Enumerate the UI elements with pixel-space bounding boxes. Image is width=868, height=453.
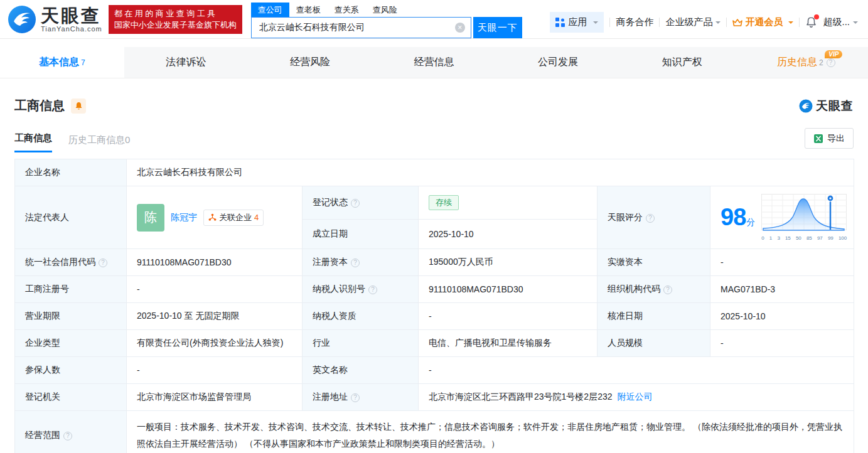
nav-open-vip[interactable]: 开通会员 bbox=[732, 16, 793, 28]
field-label: 登记状态 bbox=[303, 186, 419, 220]
slogan-line2: 国家中小企业发展子基金旗下机构 bbox=[114, 19, 237, 31]
search-button[interactable]: 天眼一下 bbox=[473, 17, 522, 38]
search-tab-boss[interactable]: 查老板 bbox=[289, 3, 328, 17]
score-cell: 98分 bbox=[710, 186, 854, 249]
score-unit: 分 bbox=[746, 217, 755, 227]
establish-date-value: 2025-10-10 bbox=[419, 220, 597, 249]
approve-date-value: 2025-10-10 bbox=[710, 303, 854, 330]
tab-label: 公司发展 bbox=[538, 56, 578, 69]
reg-authority-value: 北京市海淀区市场监督管理局 bbox=[127, 384, 303, 411]
address-cell: 北京市海淀区北三环西路甲23号院1号楼2层232附近公司 bbox=[419, 384, 854, 411]
tab-basic-info[interactable]: 基本信息7 bbox=[0, 47, 124, 78]
field-label: 企业名称 bbox=[15, 159, 127, 186]
industry-value: 电信、广播电视和卫星传输服务 bbox=[419, 330, 597, 357]
business-info-table: 企业名称 北京云岫长石科技有限公司 法定代表人 陈 陈冠宇 bbox=[14, 159, 854, 453]
watermark-logo: 天眼查 bbox=[799, 98, 854, 114]
tab-operating-risk[interactable]: 经营风险 bbox=[248, 47, 372, 78]
tianyancha-logo[interactable]: 天眼查 TianYanCha.com bbox=[8, 5, 102, 34]
brand-domain: TianYanCha.com bbox=[41, 25, 102, 33]
nav-enterprise-label: 企业级产品 bbox=[665, 16, 712, 28]
divider bbox=[659, 18, 660, 27]
score-distribution-chart: 01 315 5085 9799 100 bbox=[761, 194, 847, 241]
help-icon[interactable] bbox=[99, 258, 107, 267]
tab-intellectual-property[interactable]: 知识产权 bbox=[620, 47, 744, 78]
field-label: 法定代表人 bbox=[15, 186, 127, 249]
insured-value: - bbox=[127, 357, 303, 384]
help-icon[interactable] bbox=[63, 432, 72, 440]
user-menu[interactable]: 超级... bbox=[823, 16, 858, 28]
table-row: 法定代表人 陈 陈冠宇 关联企业 4 bbox=[15, 186, 854, 220]
legal-rep-cell: 陈 陈冠宇 关联企业 4 bbox=[127, 186, 303, 249]
credit-code-value: 91110108MAG071BD30 bbox=[127, 249, 303, 276]
field-label: 注册资本 bbox=[303, 249, 419, 276]
score-value: 98 bbox=[721, 204, 746, 230]
watermark-text: 天眼查 bbox=[816, 98, 854, 114]
tab-label: 经营信息 bbox=[414, 56, 454, 69]
export-button[interactable]: 导出 bbox=[805, 128, 854, 149]
help-icon[interactable] bbox=[351, 258, 360, 267]
field-label: 纳税人识别号 bbox=[303, 276, 419, 303]
nav-business-cooperation[interactable]: 商务合作 bbox=[616, 16, 653, 28]
help-icon[interactable] bbox=[368, 285, 377, 294]
tab-count: 7 bbox=[81, 58, 85, 67]
legal-rep-avatar[interactable]: 陈 bbox=[137, 204, 164, 232]
tab-label: 基本信息 bbox=[39, 56, 79, 69]
monitor-bell-icon[interactable] bbox=[71, 99, 86, 114]
help-icon[interactable] bbox=[663, 285, 672, 294]
staff-size-value: - bbox=[710, 330, 854, 357]
company-type-value: 有限责任公司(外商投资企业法人独资) bbox=[127, 330, 303, 357]
taxpayer-no-value: 91110108MAG071BD30 bbox=[419, 276, 597, 303]
company-name-value: 北京云岫长石科技有限公司 bbox=[127, 159, 854, 186]
tab-history-info[interactable]: VIP 历史信息 2 bbox=[744, 47, 868, 78]
field-label: 经营范围 bbox=[15, 411, 127, 453]
field-label: 企业类型 bbox=[15, 330, 127, 357]
field-label: 人员规模 bbox=[597, 330, 710, 357]
table-row: 经营范围 一般项目：技术服务、技术开发、技术咨询、技术交流、技术转让、技术推广；… bbox=[15, 411, 854, 453]
site-header: 天眼查 TianYanCha.com 都在用的商业查询工具 国家中小企业发展子基… bbox=[0, 0, 868, 39]
help-icon[interactable] bbox=[646, 214, 655, 223]
export-label: 导出 bbox=[827, 133, 845, 144]
help-icon[interactable] bbox=[827, 58, 835, 67]
search-area: 查公司 查老板 查关系 查风险 天眼一下 bbox=[251, 0, 522, 38]
search-tab-company[interactable]: 查公司 bbox=[251, 3, 289, 17]
field-label: 登记机关 bbox=[15, 384, 127, 411]
field-label: 英文名称 bbox=[303, 357, 419, 384]
notification-dot bbox=[814, 14, 819, 19]
nav-enterprise-products[interactable]: 企业级产品 bbox=[665, 16, 721, 28]
related-companies-badge[interactable]: 关联企业 4 bbox=[203, 210, 264, 226]
search-input[interactable] bbox=[251, 17, 471, 38]
field-label: 行业 bbox=[303, 330, 419, 357]
table-row: 登记机关 北京市海淀区市场监督管理局 注册地址 北京市海淀区北三环西路甲23号院… bbox=[15, 384, 854, 411]
paid-capital-value: - bbox=[710, 249, 854, 276]
excel-icon bbox=[813, 134, 823, 144]
tianyancha-logo-icon bbox=[799, 99, 813, 113]
help-icon[interactable] bbox=[351, 199, 360, 208]
help-icon[interactable] bbox=[351, 393, 360, 402]
brand-name: 天眼查 bbox=[41, 6, 102, 25]
field-label: 参保人数 bbox=[15, 357, 127, 384]
legal-rep-link[interactable]: 陈冠宇 bbox=[171, 212, 197, 223]
table-row: 统一社会信用代码 91110108MAG071BD30 注册资本 195000万… bbox=[15, 249, 854, 276]
tab-operating-info[interactable]: 经营信息 bbox=[372, 47, 496, 78]
search-tab-relation[interactable]: 查关系 bbox=[328, 3, 366, 17]
search-tab-risk[interactable]: 查风险 bbox=[366, 3, 404, 17]
notifications-bell-icon[interactable] bbox=[805, 16, 817, 28]
main-content: 工商信息 天眼查 工商信息 历史工商信息0 导出 bbox=[0, 97, 868, 453]
field-label: 成立日期 bbox=[303, 220, 419, 249]
clear-icon[interactable] bbox=[455, 23, 465, 33]
field-label: 营业期限 bbox=[15, 303, 127, 330]
user-menu-label: 超级... bbox=[823, 16, 850, 28]
tab-label: 历史信息 bbox=[777, 56, 817, 69]
tab-label: 法律诉讼 bbox=[166, 56, 206, 69]
reg-capital-value: 195000万人民币 bbox=[419, 249, 597, 276]
subtab-history-business-info[interactable]: 历史工商信息0 bbox=[68, 134, 130, 152]
apps-menu-label: 应用 bbox=[568, 16, 587, 28]
tab-company-development[interactable]: 公司发展 bbox=[496, 47, 620, 78]
apps-menu[interactable]: 应用 bbox=[550, 12, 604, 33]
table-row: 企业类型 有限责任公司(外商投资企业法人独资) 行业 电信、广播电视和卫星传输服… bbox=[15, 330, 854, 357]
address-value: 北京市海淀区北三环西路甲23号院1号楼2层232 bbox=[429, 392, 613, 402]
nearby-companies-link[interactable]: 附近公司 bbox=[618, 392, 653, 402]
subtab-business-info[interactable]: 工商信息 bbox=[14, 132, 52, 152]
tab-legal-proceedings[interactable]: 法律诉讼 bbox=[124, 47, 249, 78]
related-icon bbox=[208, 213, 217, 221]
